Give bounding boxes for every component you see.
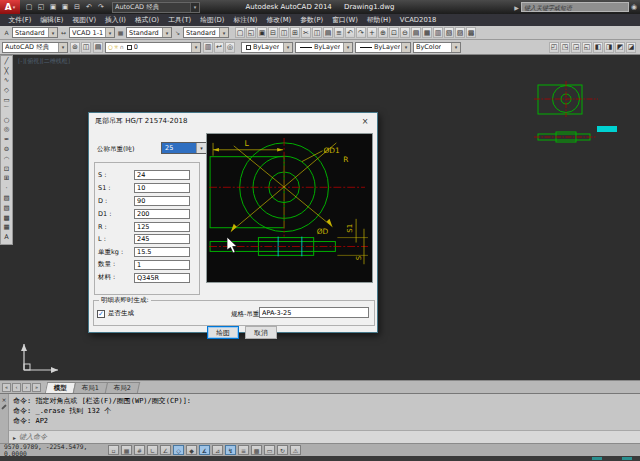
insert-block-icon[interactable]: ⊡ (1, 164, 12, 174)
generate-checkbox[interactable]: ✓ (97, 310, 105, 318)
r-input[interactable] (134, 222, 190, 232)
make-block-icon[interactable]: ⊞ (1, 174, 12, 184)
zoom-realtime-icon[interactable]: ⊕ (378, 27, 388, 38)
publish-icon[interactable]: ⊞ (290, 27, 300, 38)
3d-object-snap-toggle[interactable]: ◆ (186, 445, 197, 455)
snap-mode-toggle[interactable]: ▦ (121, 445, 132, 455)
menu-item[interactable]: 编辑(E) (36, 15, 68, 25)
menu-item[interactable]: VCAD2018 (395, 16, 441, 24)
multiline-text-icon[interactable]: A (1, 232, 12, 242)
polygon-icon[interactable]: ◇ (1, 85, 12, 95)
generate-checkbox-row[interactable]: ✓ 是否生成 (97, 309, 134, 318)
open-icon[interactable]: ◱ (246, 27, 256, 38)
zoom-previous-icon[interactable]: ⊖ (400, 27, 410, 38)
markup-manager-icon[interactable]: ▨ (455, 27, 465, 38)
plot-icon[interactable]: ⊟ (72, 2, 82, 12)
command-window-grip[interactable]: × (0, 394, 9, 443)
pan-icon[interactable]: + (367, 27, 377, 38)
s-input[interactable] (134, 170, 190, 180)
coordinates-readout[interactable]: 9570.9789, -2254.5479, 0.0000 (0, 443, 108, 457)
object-snap-tracking-toggle[interactable]: ∡ (199, 445, 210, 455)
search-icon[interactable]: ◉ (631, 3, 637, 11)
redo-icon[interactable]: ↷ (96, 2, 106, 12)
paste-icon[interactable]: ▤ (323, 27, 333, 38)
ui-display-icon[interactable]: ◫ (81, 42, 91, 53)
save-as-icon[interactable]: ▣ (60, 2, 70, 12)
menu-item[interactable]: 工具(T) (164, 15, 196, 25)
tab-nav-button[interactable]: « (2, 383, 11, 392)
weight-input[interactable] (134, 247, 190, 257)
unisolate-objects-icon[interactable]: ◩ (615, 42, 625, 53)
redo-icon[interactable]: ↷ (356, 27, 366, 38)
tab-layout2[interactable]: 布局2 (105, 382, 140, 393)
mleader-style-combo[interactable]: Standard ▾ (183, 27, 229, 38)
new-icon[interactable]: ▢ (235, 27, 245, 38)
tool-palettes-icon[interactable]: ▥ (433, 27, 443, 38)
designcenter-icon[interactable]: ▦ (422, 27, 432, 38)
tab-model[interactable]: 模型 (45, 382, 76, 393)
dynamic-input-toggle[interactable]: ↯ (225, 445, 236, 455)
d-input[interactable] (134, 196, 190, 206)
hide-objects-icon[interactable]: ◨ (604, 42, 614, 53)
dialog-title-bar[interactable]: 尾部吊耳 HG/T 21574-2018 × (89, 113, 377, 129)
plot-preview-icon[interactable]: ◫ (279, 27, 289, 38)
plot-icon[interactable]: ⊟ (268, 27, 278, 38)
command-close-icon[interactable]: × (1, 396, 6, 403)
sheetset-manager-icon[interactable]: ▧ (444, 27, 454, 38)
command-input[interactable]: 键入命令 (19, 432, 47, 442)
menu-item[interactable]: 格式(O) (130, 15, 163, 25)
viewport-controls[interactable]: [-][俯视][二维线框] (18, 57, 70, 66)
grid-display-toggle[interactable]: # (134, 445, 145, 455)
menu-item[interactable]: 窗口(W) (328, 15, 363, 25)
quick-properties-toggle[interactable]: ▭ (264, 445, 275, 455)
circle-icon[interactable]: ○ (1, 115, 12, 125)
construction-line-icon[interactable]: ╳ (1, 66, 12, 76)
selection-cycling-toggle[interactable]: ↻ (277, 445, 288, 455)
nominal-load-combo[interactable]: 25 ▾ (161, 142, 207, 154)
isolate-objects-icon[interactable]: ◧ (593, 42, 603, 53)
help-search-input[interactable] (521, 2, 629, 12)
layer-isolate-icon[interactable]: ◎ (225, 42, 235, 53)
layer-properties-icon[interactable]: ▤ (93, 42, 103, 53)
table-icon[interactable]: ▦ (1, 223, 12, 233)
infer-constraints-toggle[interactable]: ▫ (108, 445, 119, 455)
polyline-icon[interactable]: ∿ (1, 76, 12, 86)
undo-icon[interactable]: ↶ (345, 27, 355, 38)
tab-nav-button[interactable]: › (22, 383, 31, 392)
rectangle-icon[interactable]: ▭ (1, 95, 12, 105)
draw-order-back-icon[interactable]: ◳ (560, 42, 570, 53)
quickcalc-icon[interactable]: ▩ (466, 27, 476, 38)
material-input[interactable] (134, 273, 190, 283)
menu-item[interactable]: 参数(P) (296, 15, 328, 25)
flyout-arrow-icon[interactable]: ▶ (514, 4, 519, 11)
clean-screen-icon[interactable]: ◪ (626, 42, 636, 53)
workspace-settings-icon[interactable]: ⊛ (70, 42, 80, 53)
quantity-input[interactable] (134, 260, 190, 270)
annotation-monitor-toggle[interactable]: ⚠ (290, 445, 301, 455)
lineweight-toggle[interactable]: ≡ (238, 445, 249, 455)
ellipse-icon[interactable]: ⊖ (1, 144, 12, 154)
object-snap-toggle[interactable]: ◇ (173, 445, 184, 455)
command-input-row[interactable]: ▸ 键入命令 (9, 430, 640, 443)
revision-cloud-icon[interactable]: ◎ (1, 125, 12, 135)
text-style-combo[interactable]: Standard ▾ (12, 27, 58, 38)
menu-item[interactable]: 绘图(D) (196, 15, 229, 25)
qnew-icon[interactable]: ▢ (24, 2, 34, 12)
tab-layout1[interactable]: 布局1 (73, 382, 108, 393)
draw-order-front-icon[interactable]: ◰ (549, 42, 559, 53)
s1-input[interactable] (134, 183, 190, 193)
draw-button[interactable]: 绘图 (207, 326, 239, 339)
spec-input[interactable] (259, 307, 369, 318)
dialog-close-button[interactable]: × (359, 117, 371, 126)
region-icon[interactable]: ▩ (1, 213, 12, 223)
ortho-mode-toggle[interactable]: ∟ (147, 445, 158, 455)
dim-style-combo[interactable]: VCAD 1-1 ▾ (69, 27, 115, 38)
copy-icon[interactable]: ◫ (312, 27, 322, 38)
menu-item[interactable]: 文件(F) (4, 15, 36, 25)
properties-icon[interactable]: ▤ (411, 27, 421, 38)
menu-item[interactable]: 插入(I) (101, 15, 131, 25)
qsave-icon[interactable]: ▣ (48, 2, 58, 12)
line-icon[interactable]: ╱ (1, 56, 12, 66)
gradient-icon[interactable]: ▧ (1, 203, 12, 213)
transparency-toggle[interactable]: ▩ (251, 445, 262, 455)
